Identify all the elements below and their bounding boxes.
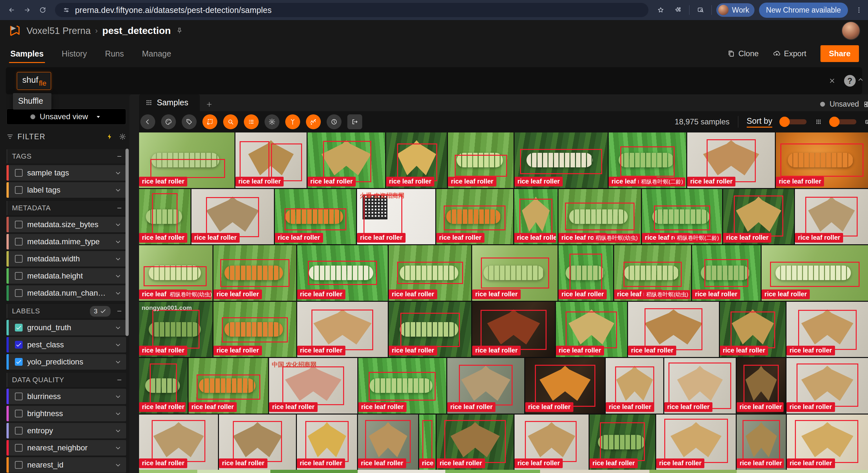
sample-tile[interactable]: rice leaf roller [297,414,357,470]
browser-profile-button[interactable]: Work [716,3,754,17]
extensions-icon[interactable] [672,4,685,16]
sidebar-field-metadata-size-bytes[interactable]: metadata.size_bytes [6,217,126,232]
sample-tile[interactable]: rice leaf roller [795,189,868,244]
field-checkbox[interactable] [15,427,23,435]
sample-tile[interactable]: rice leaf roller [525,358,605,413]
clone-button[interactable]: Clone [727,49,759,58]
sample-tile[interactable]: rice leaf roller [191,189,274,244]
sample-tile[interactable]: rice leaf roller [139,189,190,244]
field-checkbox[interactable] [15,272,23,280]
grid-size-icon[interactable] [815,118,822,125]
sample-tile[interactable]: 中国 农化招商网rice leaf roller [269,358,357,413]
sample-tile[interactable]: nongyao001.comrice leaf roller [139,302,213,357]
tab-manage[interactable]: Manage [141,42,173,66]
sidebar-section-labels[interactable]: LABELS3 [6,304,126,318]
sample-tile[interactable]: rice leaf roller稻纵卷叶螟(幼虫) [614,245,691,301]
field-checkbox[interactable] [15,255,23,263]
tag-samples-button[interactable] [182,114,197,129]
sidebar-field-metadata-height[interactable]: metadata.height [6,268,126,284]
chevron-down-icon[interactable] [115,410,122,417]
chevron-down-icon[interactable] [115,187,122,194]
add-panel-icon[interactable] [200,101,219,111]
sample-tile[interactable]: rice leaf roller [219,414,296,470]
sample-tile[interactable]: rice leaf roller [389,245,471,301]
field-checkbox[interactable] [15,289,23,297]
sidebar-field-nearest-id[interactable]: nearest_id [6,457,126,473]
browser-menu-icon[interactable] [852,4,865,16]
autocomplete-option-shuffle[interactable]: Shuffle [13,93,52,109]
chevron-down-icon[interactable] [115,393,122,400]
sample-tile[interactable]: rice leaf roller [213,302,296,357]
sidebar-section-tags[interactable]: TAGS [6,149,126,164]
sample-tile[interactable]: rice leaf roller [692,245,761,301]
chrome-update-button[interactable]: New Chrome available [759,3,848,18]
field-checkbox[interactable] [15,341,23,349]
layout-icon[interactable] [864,101,868,108]
sample-tile[interactable]: rice leaf roller [515,132,608,188]
sample-tile[interactable]: rice leaf roller [514,189,558,244]
collapse-section-icon[interactable] [116,204,123,212]
sample-tile[interactable]: rice leaf roller [556,302,627,357]
collapse-section-icon[interactable] [116,308,123,315]
sample-tile[interactable]: rice leaf roller [436,189,513,244]
sidebar-field-metadata-mime-type[interactable]: metadata.mime_type [6,234,126,249]
field-checkbox[interactable] [15,410,23,417]
sample-tile[interactable]: rice leaf roller [213,245,296,301]
slider-knob[interactable] [829,116,840,127]
chevron-down-icon[interactable] [115,238,122,245]
saved-view-selector[interactable]: Unsaved view [6,108,126,125]
site-settings-icon[interactable] [61,5,71,15]
sort-by-button[interactable]: Sort by [747,116,772,128]
sample-tile[interactable]: rice leaf roller [656,414,736,470]
view-stage-input[interactable]: shuffle [17,72,51,90]
clear-view-icon[interactable] [829,77,836,84]
chevron-down-icon[interactable] [115,324,122,331]
sample-tile[interactable]: rice leaf roller [297,302,388,357]
field-checkbox[interactable] [15,461,23,469]
help-icon[interactable]: ? [844,75,856,87]
split-view-button[interactable] [285,114,300,129]
sample-tile[interactable]: rice leaf roller [358,358,446,413]
pin-icon[interactable] [176,27,183,34]
sample-tile[interactable]: rice leaf roller [275,189,356,244]
tab-runs[interactable]: Runs [104,42,125,66]
settings-button[interactable] [265,114,279,129]
sample-tile[interactable]: rice leaf roller [664,358,736,413]
sample-tile[interactable]: rice leaf roller稻纵卷叶螟(二龄) [642,189,722,244]
sidebar-scrollbar[interactable] [125,148,129,336]
sample-tile[interactable]: rice leaf roller稻纵卷叶螟(幼虫) [139,245,213,301]
sample-tile[interactable]: rice leaf roller [606,358,663,413]
tab-history[interactable]: History [60,42,88,66]
sidebar-section-metadata[interactable]: METADATA [6,201,126,215]
chevron-down-icon[interactable] [115,290,122,297]
sample-tile[interactable]: rice leaf r... [419,414,436,470]
similarity-search-button[interactable] [223,114,238,129]
trends-button[interactable] [306,114,321,129]
sample-tile[interactable]: rice leaf roller [447,358,524,413]
sidebar-field-brightness[interactable]: brightness [6,406,126,421]
user-avatar[interactable] [841,21,860,40]
sidebar-field-pest-class[interactable]: pest_class [6,337,126,352]
spacing-slider[interactable] [781,119,807,124]
sample-tile[interactable]: rice leaf roller [139,414,218,470]
slider-knob[interactable] [779,116,790,127]
chevron-down-icon[interactable] [115,427,122,434]
sidebar-field-label-tags[interactable]: label tags [6,182,126,198]
back-button[interactable] [141,114,155,129]
collapse-section-icon[interactable] [116,153,123,160]
sidebar-field-yolo-predictions[interactable]: yolo_predictions [6,354,126,370]
chevron-down-icon[interactable] [115,461,122,469]
sidebar-field-nearest-neighbor[interactable]: nearest_neighbor [6,440,126,455]
collapse-section-icon[interactable] [116,376,123,383]
keyboard-shortcuts-icon[interactable] [865,118,868,125]
sample-tile[interactable]: rice leaf roller [720,302,785,357]
sidebar-field-entropy[interactable]: entropy [6,423,126,438]
browser-reload-icon[interactable] [36,4,49,16]
sidebar-field-blurriness[interactable]: blurriness [6,389,126,404]
field-checkbox[interactable] [15,186,23,194]
chevron-down-icon[interactable] [115,358,122,365]
address-bar[interactable]: prerna.dev.fiftyone.ai/datasets/pest-det… [55,3,648,17]
sidebar-field-metadata-width[interactable]: metadata.width [6,251,126,267]
org-breadcrumb[interactable]: Voxel51 Prerna [27,26,91,36]
tab-samples[interactable]: Samples [9,42,45,66]
